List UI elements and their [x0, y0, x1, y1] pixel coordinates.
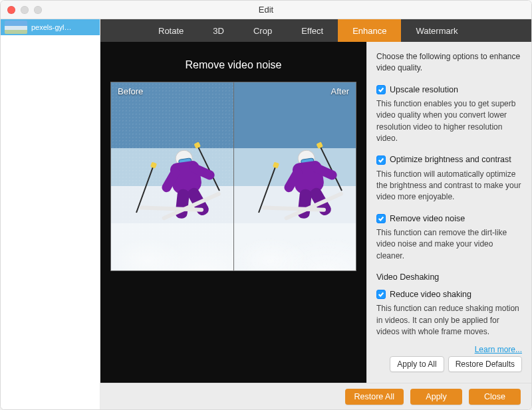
option-desc: This function can reduce shaking motion …	[376, 303, 522, 338]
learn-more-link[interactable]: Learn more...	[475, 345, 522, 354]
option-upscale[interactable]: Upscale resolution	[376, 84, 522, 96]
tab-effect[interactable]: Effect	[287, 19, 338, 42]
tab-label: Enhance	[352, 26, 386, 36]
main-area: Rotate 3D Crop Effect Enhance Watermark …	[100, 19, 531, 409]
window-controls	[7, 6, 42, 14]
tab-rotate[interactable]: Rotate	[144, 19, 198, 42]
tab-label: Rotate	[158, 26, 184, 36]
tabbar-spacer	[100, 19, 144, 42]
learn-more-row: Learn more...	[376, 344, 522, 356]
tab-3d[interactable]: 3D	[198, 19, 239, 42]
sidebar-item-video[interactable]: pexels-gyl…	[1, 19, 100, 35]
apply-to-all-button[interactable]: Apply to All	[390, 356, 444, 372]
tab-enhance[interactable]: Enhance	[338, 19, 401, 42]
tabbar: Rotate 3D Crop Effect Enhance Watermark	[100, 19, 531, 42]
titlebar: Edit	[1, 1, 531, 19]
tab-watermark[interactable]: Watermark	[401, 19, 472, 42]
preview-heading: Remove video noise	[186, 59, 282, 71]
option-remove-noise[interactable]: Remove video noise	[376, 213, 522, 225]
zoom-window-button[interactable]	[34, 6, 42, 14]
tab-crop[interactable]: Crop	[239, 19, 287, 42]
option-desc: This function enables you to get superb …	[376, 98, 522, 145]
option-desc: This function will automatically optimiz…	[376, 169, 522, 203]
after-frame: After	[233, 82, 356, 270]
section-heading-deshaking: Video Deshaking	[376, 271, 522, 283]
tab-label: Crop	[253, 26, 272, 36]
tab-label: Watermark	[416, 26, 458, 36]
restore-all-button[interactable]: Restore All	[345, 389, 404, 405]
restore-defaults-button[interactable]: Restore Defaults	[448, 356, 522, 372]
checkbox-checked-icon[interactable]	[376, 155, 386, 165]
checkbox-checked-icon[interactable]	[376, 85, 386, 94]
sidebar-item-label: pexels-gyl…	[31, 23, 72, 31]
window-title: Edit	[1, 5, 531, 15]
after-label: After	[331, 86, 349, 96]
option-brightness[interactable]: Optimize brightness and contrast	[376, 154, 522, 165]
sidebar: pexels-gyl…	[1, 19, 100, 409]
video-thumbnail-icon	[5, 21, 27, 34]
minimize-window-button[interactable]	[21, 6, 29, 14]
panel-secondary-buttons: Apply to All Restore Defaults	[376, 356, 522, 372]
preview-pane: Remove video noise Before	[100, 42, 366, 383]
skier-graphic	[154, 150, 190, 200]
option-reduce-shaking[interactable]: Reduce video shaking	[376, 288, 522, 300]
before-label: Before	[118, 86, 143, 96]
checkbox-checked-icon[interactable]	[376, 290, 386, 299]
before-frame: Before	[111, 82, 233, 270]
edit-window: Edit pexels-gyl… Rotate 3D Crop Effect E…	[0, 0, 532, 410]
option-label: Upscale resolution	[390, 84, 458, 96]
options-panel: Choose the following options to enhance …	[366, 42, 531, 383]
panel-intro: Choose the following options to enhance …	[376, 51, 522, 74]
option-label: Reduce video shaking	[390, 288, 471, 300]
skier-graphic	[277, 150, 313, 200]
before-after-compare: Before After	[110, 82, 356, 271]
option-label: Remove video noise	[390, 213, 465, 225]
tab-label: Effect	[301, 26, 323, 36]
option-desc: This function can remove the dirt-like v…	[376, 227, 522, 262]
close-window-button[interactable]	[7, 6, 15, 14]
option-label: Optimize brightness and contrast	[390, 154, 511, 165]
tab-label: 3D	[213, 26, 224, 36]
footer-bar: Restore All Apply Close	[100, 383, 531, 409]
window-body: pexels-gyl… Rotate 3D Crop Effect Enhanc…	[1, 19, 531, 409]
checkbox-checked-icon[interactable]	[376, 214, 386, 223]
content-row: Remove video noise Before	[100, 42, 531, 383]
apply-button[interactable]: Apply	[410, 389, 462, 405]
close-button[interactable]: Close	[469, 389, 521, 405]
